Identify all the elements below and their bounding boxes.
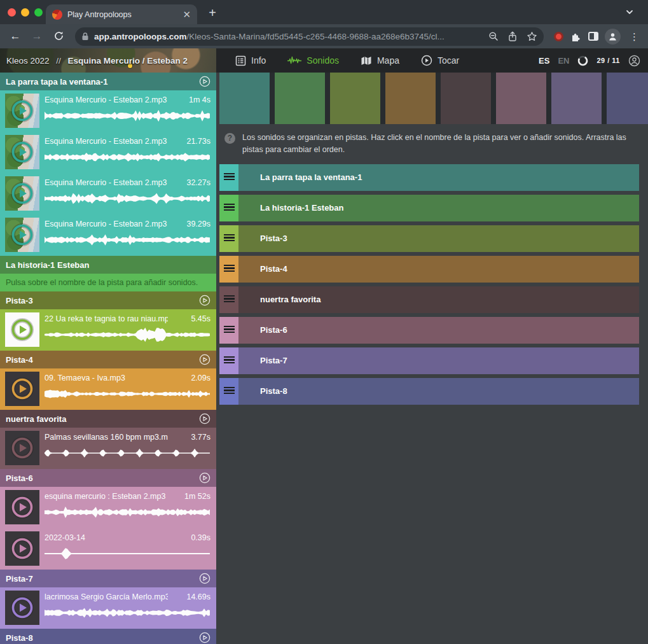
clip-thumbnail[interactable] (5, 531, 39, 566)
record-extension-icon[interactable] (554, 32, 563, 41)
clip-thumbnail[interactable] (5, 135, 39, 169)
track-row-body[interactable]: Pista-3 (238, 225, 639, 252)
extensions-puzzle-icon[interactable] (570, 31, 582, 43)
track-row-body[interactable]: Pista-4 (238, 256, 639, 283)
track-play-icon[interactable] (199, 632, 210, 643)
profile-avatar[interactable] (605, 29, 621, 45)
window-zoom-button[interactable] (34, 8, 43, 17)
side-panel-icon[interactable] (588, 32, 598, 41)
window-minimize-button[interactable] (21, 8, 29, 17)
clip-play-icon[interactable] (10, 99, 34, 123)
track-drag-handle[interactable] (219, 225, 238, 252)
audio-clip[interactable]: lacrimosa Sergio García Merlo.mp314.69s (0, 587, 216, 629)
audio-clip[interactable]: 22 Ua reka te tagnia to rau niau.mp35.45… (0, 309, 216, 351)
track-drag-handle[interactable] (219, 286, 238, 313)
track-play-icon[interactable] (199, 573, 210, 584)
audio-clip[interactable]: 09. Temaeva - Iva.mp32.09s (0, 368, 216, 410)
account-icon[interactable] (628, 55, 640, 67)
language-en[interactable]: EN (558, 56, 569, 66)
track-color-swatch (385, 73, 436, 124)
track-section-header[interactable]: La historia-1 Esteban (0, 256, 216, 274)
audio-clip[interactable]: Esquina Mercurio - Esteban 2.mp321.73s (0, 132, 216, 173)
track-section-header[interactable]: Pista-6 (0, 469, 216, 487)
track-section-header[interactable]: Pista-3 (0, 291, 216, 309)
track-row[interactable]: La parra tapa la ventana-1 (219, 164, 639, 191)
browser-tab[interactable]: Play Antropoloops ✕ (46, 4, 197, 24)
clip-thumbnail[interactable] (5, 94, 39, 128)
audio-clip[interactable]: 2022-03-140.39s (0, 528, 216, 570)
track-section-header[interactable]: Pista-4 (0, 351, 216, 368)
track-row[interactable]: Pista-7 (219, 347, 639, 374)
audio-clip[interactable]: Esquina Mercurio - Esteban 2.mp339.29s (0, 214, 216, 256)
track-section-header[interactable]: La parra tapa la ventana-1 (0, 73, 216, 90)
track-row[interactable]: Pista-6 (219, 317, 639, 344)
track-row[interactable]: Pista-8 (219, 378, 639, 405)
track-row-body[interactable]: Pista-8 (238, 378, 639, 405)
clip-thumbnail[interactable] (5, 312, 39, 347)
clip-play-icon[interactable] (10, 596, 34, 620)
share-icon[interactable] (507, 31, 518, 42)
project-breadcrumb[interactable]: Kleos 2022 // Esquina Mercurio / Esteban… (0, 48, 216, 73)
track-row-body[interactable]: Pista-6 (238, 317, 639, 344)
window-close-button[interactable] (8, 8, 16, 17)
track-row[interactable]: La historia-1 Esteban (219, 195, 639, 221)
track-play-icon[interactable] (199, 413, 210, 424)
track-row[interactable]: Pista-3 (219, 225, 639, 252)
clip-play-icon[interactable] (10, 181, 34, 206)
track-section-header[interactable]: nuertra favorita (0, 410, 216, 428)
audio-clip[interactable]: Esquina Mercurio - Esteban 2.mp332.27s (0, 173, 216, 214)
clip-thumbnail[interactable] (5, 490, 39, 524)
clip-play-icon[interactable] (10, 436, 34, 460)
clip-play-icon[interactable] (10, 536, 34, 561)
track-row[interactable]: nuertra favorita (219, 286, 639, 313)
tab-close-icon[interactable]: ✕ (183, 10, 191, 19)
browser-menu-icon[interactable]: ⋮ (627, 32, 642, 41)
track-play-icon[interactable] (199, 295, 210, 306)
lock-icon[interactable] (81, 32, 89, 41)
track-play-icon[interactable] (199, 76, 210, 87)
clip-thumbnail[interactable] (5, 431, 39, 465)
track-row[interactable]: Pista-4 (219, 256, 639, 283)
bookmark-star-icon[interactable] (527, 31, 537, 42)
audio-clip[interactable]: Palmas sevillanas 160 bpm mp3.mp33.77s (0, 428, 216, 469)
clip-thumbnail[interactable] (5, 372, 39, 406)
tab-info[interactable]: Info (228, 48, 280, 73)
track-row-body[interactable]: Pista-7 (238, 347, 639, 374)
clip-play-icon[interactable] (10, 377, 34, 401)
track-row-body[interactable]: nuertra favorita (238, 286, 639, 313)
track-drag-handle[interactable] (219, 195, 238, 221)
clip-play-icon[interactable] (10, 223, 34, 247)
track-drag-handle[interactable] (219, 378, 238, 405)
track-section-header[interactable]: Pista-7 (0, 570, 216, 587)
tab-sonidos[interactable]: Sonidos (280, 48, 353, 73)
tab-mapa[interactable]: Mapa (353, 48, 413, 73)
language-es[interactable]: ES (539, 56, 549, 66)
track-drag-handle[interactable] (219, 256, 238, 283)
back-icon[interactable]: ← (6, 27, 24, 45)
zoom-out-icon[interactable] (488, 31, 499, 41)
track-row-body[interactable]: La parra tapa la ventana-1 (238, 164, 639, 191)
address-bar[interactable]: app.antropoloops.com/Kleos-Santa-Marina/… (75, 27, 544, 46)
clip-play-icon[interactable] (10, 318, 34, 342)
track-drag-handle[interactable] (219, 347, 238, 374)
tab-search-chevron-icon[interactable] (625, 8, 634, 17)
clip-thumbnail[interactable] (5, 218, 39, 252)
track-play-icon[interactable] (199, 472, 210, 484)
audio-clip[interactable]: Esquina Mercurio - Esteban 2.mp31m 4s (0, 90, 216, 132)
clip-thumbnail[interactable] (5, 176, 39, 211)
forward-icon[interactable]: → (28, 27, 46, 45)
track-row-body[interactable]: La historia-1 Esteban (238, 195, 639, 221)
new-tab-button[interactable]: + (205, 6, 220, 21)
reload-icon[interactable] (50, 27, 67, 45)
tab-tocar[interactable]: Tocar (413, 48, 473, 73)
audio-clip[interactable]: esquina mercurio : Esteban 2.mp31m 52s (0, 487, 216, 528)
track-play-icon[interactable] (199, 354, 210, 365)
track-drag-handle[interactable] (219, 317, 238, 344)
clip-filename: 2022-03-14 (45, 533, 168, 542)
clip-play-icon[interactable] (10, 140, 34, 164)
clip-thumbnail[interactable] (5, 591, 39, 625)
track-section-header[interactable]: Pista-8 (0, 629, 216, 644)
track-drag-handle[interactable] (219, 164, 238, 191)
clip-play-icon[interactable] (10, 495, 34, 519)
waveform (45, 545, 210, 562)
